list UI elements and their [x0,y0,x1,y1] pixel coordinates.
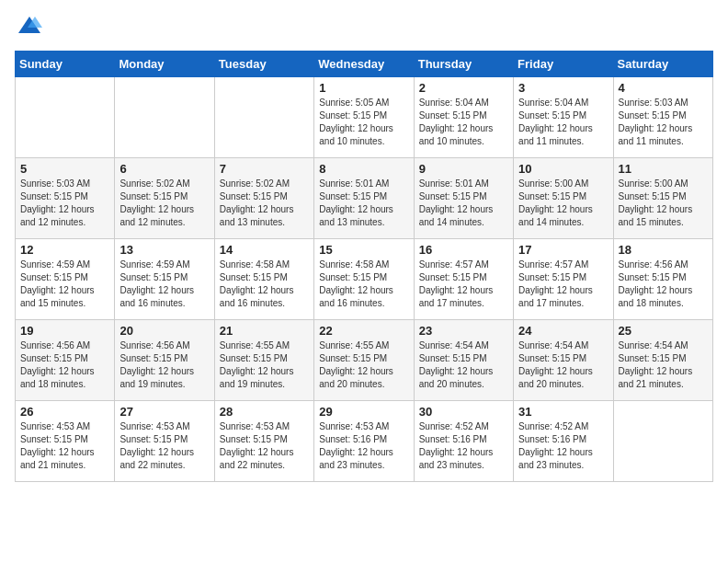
calendar-cell: 12Sunrise: 4:59 AM Sunset: 5:15 PM Dayli… [16,239,115,320]
day-info: Sunrise: 5:03 AM Sunset: 5:15 PM Dayligh… [20,178,109,229]
calendar-cell: 5Sunrise: 5:03 AM Sunset: 5:15 PM Daylig… [16,158,115,239]
day-info: Sunrise: 5:05 AM Sunset: 5:15 PM Dayligh… [319,97,408,148]
calendar-cell: 20Sunrise: 4:56 AM Sunset: 5:15 PM Dayli… [115,320,214,401]
calendar-cell: 28Sunrise: 4:53 AM Sunset: 5:15 PM Dayli… [214,401,313,482]
day-number: 21 [220,324,309,338]
day-number: 12 [20,243,109,257]
calendar-cell: 22Sunrise: 4:55 AM Sunset: 5:15 PM Dayli… [314,320,414,401]
day-number: 24 [518,324,608,338]
page-header [15,15,713,40]
day-info: Sunrise: 5:00 AM Sunset: 5:15 PM Dayligh… [518,178,608,229]
day-info: Sunrise: 4:58 AM Sunset: 5:15 PM Dayligh… [319,259,408,310]
calendar-cell: 10Sunrise: 5:00 AM Sunset: 5:15 PM Dayli… [514,158,613,239]
day-number: 19 [20,324,109,338]
day-info: Sunrise: 4:55 AM Sunset: 5:15 PM Dayligh… [319,339,408,391]
calendar-dow-sunday: Sunday [16,52,115,77]
calendar-cell: 21Sunrise: 4:55 AM Sunset: 5:15 PM Dayli… [214,320,313,401]
calendar-dow-tuesday: Tuesday [214,52,313,77]
day-info: Sunrise: 4:54 AM Sunset: 5:15 PM Dayligh… [619,339,708,391]
calendar-cell: 6Sunrise: 5:02 AM Sunset: 5:15 PM Daylig… [115,158,214,239]
day-info: Sunrise: 4:58 AM Sunset: 5:15 PM Dayligh… [220,259,309,310]
day-number: 6 [119,162,209,176]
calendar-cell: 7Sunrise: 5:02 AM Sunset: 5:15 PM Daylig… [214,158,313,239]
day-info: Sunrise: 4:53 AM Sunset: 5:15 PM Dayligh… [119,420,209,472]
day-info: Sunrise: 4:52 AM Sunset: 5:16 PM Dayligh… [419,420,508,472]
day-number: 27 [119,405,209,419]
day-number: 18 [619,243,708,257]
calendar-week-row: 1Sunrise: 5:05 AM Sunset: 5:15 PM Daylig… [16,77,713,158]
calendar-week-row: 5Sunrise: 5:03 AM Sunset: 5:15 PM Daylig… [16,158,713,239]
day-number: 20 [119,324,209,338]
calendar-cell: 31Sunrise: 4:52 AM Sunset: 5:16 PM Dayli… [514,401,613,482]
day-number: 15 [319,243,408,257]
calendar-cell: 13Sunrise: 4:59 AM Sunset: 5:15 PM Dayli… [115,239,214,320]
day-info: Sunrise: 4:59 AM Sunset: 5:15 PM Dayligh… [20,259,109,310]
day-number: 3 [518,81,608,95]
day-info: Sunrise: 4:54 AM Sunset: 5:15 PM Dayligh… [518,339,608,391]
day-number: 9 [419,162,508,176]
calendar-cell: 15Sunrise: 4:58 AM Sunset: 5:15 PM Dayli… [314,239,414,320]
day-info: Sunrise: 4:53 AM Sunset: 5:16 PM Dayligh… [319,420,408,472]
calendar-cell: 19Sunrise: 4:56 AM Sunset: 5:15 PM Dayli… [16,320,115,401]
calendar-header-row: SundayMondayTuesdayWednesdayThursdayFrid… [16,52,713,77]
day-number: 2 [419,81,508,95]
logo [15,15,42,40]
calendar-cell: 16Sunrise: 4:57 AM Sunset: 5:15 PM Dayli… [414,239,513,320]
calendar-cell [16,77,115,158]
calendar-dow-thursday: Thursday [414,52,513,77]
calendar-cell: 14Sunrise: 4:58 AM Sunset: 5:15 PM Dayli… [214,239,313,320]
day-info: Sunrise: 5:02 AM Sunset: 5:15 PM Dayligh… [119,178,209,229]
day-number: 10 [518,162,608,176]
day-number: 23 [419,324,508,338]
day-info: Sunrise: 5:01 AM Sunset: 5:15 PM Dayligh… [419,178,508,229]
day-info: Sunrise: 4:56 AM Sunset: 5:15 PM Dayligh… [20,339,109,391]
calendar-cell: 8Sunrise: 5:01 AM Sunset: 5:15 PM Daylig… [314,158,414,239]
calendar-cell: 11Sunrise: 5:00 AM Sunset: 5:15 PM Dayli… [613,158,712,239]
calendar-dow-monday: Monday [115,52,214,77]
calendar-cell [613,401,712,482]
day-number: 11 [619,162,708,176]
day-number: 4 [619,81,708,95]
calendar-cell: 17Sunrise: 4:57 AM Sunset: 5:15 PM Dayli… [514,239,613,320]
day-info: Sunrise: 4:56 AM Sunset: 5:15 PM Dayligh… [619,259,708,310]
logo-wordmark [15,15,42,40]
day-info: Sunrise: 4:59 AM Sunset: 5:15 PM Dayligh… [119,259,209,310]
day-info: Sunrise: 4:53 AM Sunset: 5:15 PM Dayligh… [220,420,309,472]
day-number: 28 [220,405,309,419]
calendar-cell: 3Sunrise: 5:04 AM Sunset: 5:15 PM Daylig… [514,77,613,158]
day-info: Sunrise: 5:00 AM Sunset: 5:15 PM Dayligh… [619,178,708,229]
day-number: 16 [419,243,508,257]
calendar-dow-friday: Friday [514,52,613,77]
calendar-cell: 26Sunrise: 4:53 AM Sunset: 5:15 PM Dayli… [16,401,115,482]
calendar-cell: 25Sunrise: 4:54 AM Sunset: 5:15 PM Dayli… [613,320,712,401]
day-number: 25 [619,324,708,338]
day-number: 1 [319,81,408,95]
day-number: 17 [518,243,608,257]
day-info: Sunrise: 5:04 AM Sunset: 5:15 PM Dayligh… [419,97,508,148]
day-number: 31 [518,405,608,419]
day-number: 29 [319,405,408,419]
calendar-table: SundayMondayTuesdayWednesdayThursdayFrid… [15,51,713,482]
day-number: 5 [20,162,109,176]
calendar-week-row: 19Sunrise: 4:56 AM Sunset: 5:15 PM Dayli… [16,320,713,401]
day-number: 8 [319,162,408,176]
day-info: Sunrise: 5:01 AM Sunset: 5:15 PM Dayligh… [319,178,408,229]
day-number: 13 [119,243,209,257]
day-info: Sunrise: 5:02 AM Sunset: 5:15 PM Dayligh… [220,178,309,229]
calendar-cell: 2Sunrise: 5:04 AM Sunset: 5:15 PM Daylig… [414,77,513,158]
day-number: 26 [20,405,109,419]
logo-icon [17,15,42,35]
day-number: 30 [419,405,508,419]
calendar-dow-saturday: Saturday [613,52,712,77]
calendar-cell: 1Sunrise: 5:05 AM Sunset: 5:15 PM Daylig… [314,77,414,158]
day-info: Sunrise: 4:56 AM Sunset: 5:15 PM Dayligh… [119,339,209,391]
calendar-cell: 24Sunrise: 4:54 AM Sunset: 5:15 PM Dayli… [514,320,613,401]
day-number: 14 [220,243,309,257]
calendar-cell: 9Sunrise: 5:01 AM Sunset: 5:15 PM Daylig… [414,158,513,239]
day-info: Sunrise: 4:52 AM Sunset: 5:16 PM Dayligh… [518,420,608,472]
calendar-week-row: 12Sunrise: 4:59 AM Sunset: 5:15 PM Dayli… [16,239,713,320]
day-info: Sunrise: 4:55 AM Sunset: 5:15 PM Dayligh… [220,339,309,391]
calendar-cell: 18Sunrise: 4:56 AM Sunset: 5:15 PM Dayli… [613,239,712,320]
calendar-cell: 4Sunrise: 5:03 AM Sunset: 5:15 PM Daylig… [613,77,712,158]
day-info: Sunrise: 4:57 AM Sunset: 5:15 PM Dayligh… [419,259,508,310]
